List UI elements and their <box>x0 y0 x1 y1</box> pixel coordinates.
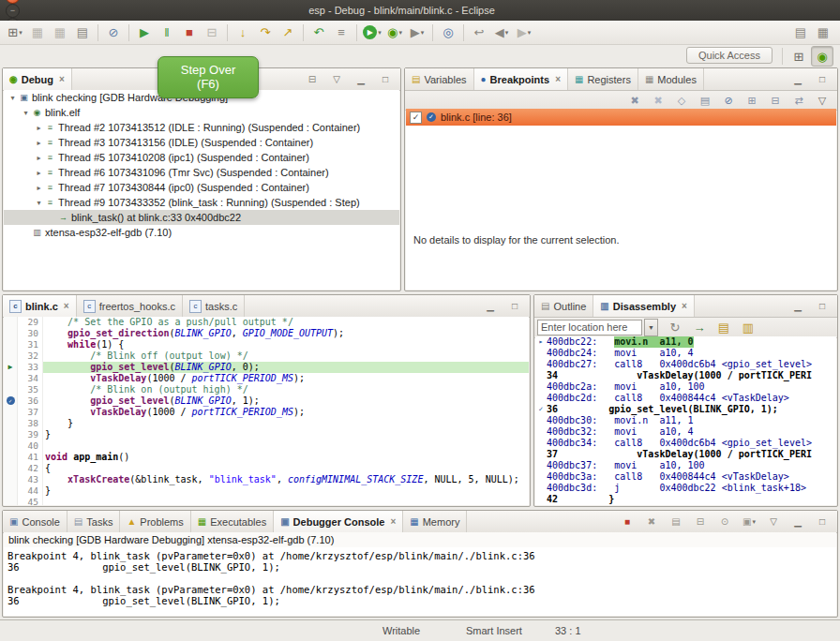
debug-button[interactable]: ◉▾ <box>384 23 405 42</box>
breakpoint-checkbox[interactable]: ✓ <box>410 112 422 124</box>
close-icon[interactable]: × <box>59 74 65 84</box>
code-line[interactable]: 43 xTaskCreate(&blink_task, "blink_task"… <box>4 474 529 485</box>
step-into-button[interactable]: ↓ <box>232 23 253 42</box>
location-dropdown-icon[interactable]: ▼ <box>644 319 658 336</box>
instruction-stepping-button[interactable]: ≡ <box>331 23 352 42</box>
fast-view-button[interactable]: ▤ <box>790 23 811 42</box>
show-opcodes-button[interactable]: ▤ <box>713 319 734 337</box>
show-breakpoints-for-selection-button[interactable]: ◇ <box>671 91 692 110</box>
disassembly-row[interactable]: ▸400dbc22: movi.n a11, 0 <box>535 336 836 348</box>
tab-modules[interactable]: ▦Modules <box>638 68 704 90</box>
tree-item[interactable]: ▸≡Thread #6 1073431096 (Tmr Svc) (Suspen… <box>4 165 399 180</box>
disassembly-row[interactable]: 400dbc2a: movi a10, 100 <box>535 381 836 393</box>
tree-item[interactable]: ▾◉blink.elf <box>4 105 399 120</box>
back-button[interactable]: ◀▾ <box>491 23 512 42</box>
disassembly-row[interactable]: 34 vTaskDelay(1000 / portTICK_PERI <box>535 370 836 381</box>
code-line[interactable]: 32 /* Blink off (output low) */ <box>4 350 529 362</box>
search-button[interactable]: ◎ <box>438 23 458 42</box>
collapse-all-button[interactable]: ⊟ <box>302 70 322 89</box>
suspend-button[interactable]: ‖ <box>157 23 177 42</box>
tree-item[interactable]: ▾≡Thread #9 1073433352 (blink_task : Run… <box>4 195 399 210</box>
code-line[interactable]: 37 vTaskDelay(1000 / portTICK_PERIOD_MS)… <box>4 407 529 418</box>
expand-icon[interactable]: ▸ <box>34 184 44 192</box>
last-edit-location-button[interactable]: ↩ <box>469 23 489 42</box>
show-source-button[interactable]: ▥ <box>738 319 758 337</box>
disassembly-row[interactable]: 400dbc3d: j 0x400dbc22 <blink_task+18> <box>535 483 836 494</box>
code-line[interactable]: ✓36 gpio_set_level(BLINK_GPIO, 1); <box>4 395 529 407</box>
tree-item[interactable]: →blink_task() at blink.c:33 0x400dbc22 <box>4 210 399 225</box>
save-button[interactable]: ▦ <box>27 23 48 42</box>
maximize-view-button[interactable]: □ <box>812 297 832 316</box>
new-button[interactable]: ⊞▾ <box>5 23 25 42</box>
disassembly-row[interactable]: 400dbc24: movi a10, 4 <box>535 348 836 359</box>
remove-breakpoint-button[interactable]: ✖ <box>624 91 645 110</box>
code-line[interactable]: 38 } <box>4 418 529 429</box>
collapse-icon[interactable]: ▾ <box>21 109 31 117</box>
maximize-view-button[interactable]: □ <box>812 70 832 89</box>
go-to-file-button[interactable]: ▤ <box>695 91 715 110</box>
pin-console-button[interactable]: ⊙ <box>714 513 735 531</box>
tab-memory[interactable]: ▦Memory <box>403 511 467 532</box>
tab-debugger-console[interactable]: ▣Debugger Console× <box>274 511 403 532</box>
refresh-view-button[interactable]: ↻ <box>665 319 685 337</box>
terminate-button[interactable]: ■ <box>179 23 200 42</box>
code-line[interactable]: 35 /* Blink on (output high) */ <box>4 384 529 395</box>
tree-item[interactable]: ▥xtensa-esp32-elf-gdb (7.10) <box>4 225 399 240</box>
disassembly-listing[interactable]: ▸400dbc22: movi.n a11, 0400dbc24: movi a… <box>535 336 836 505</box>
disconnect-button[interactable]: ⊟ <box>202 23 222 42</box>
code-line[interactable]: 29 /* Set the GPIO as a push/pull output… <box>4 317 529 328</box>
tab-console[interactable]: ▣Console <box>3 511 68 532</box>
terminate-console-button[interactable]: ■ <box>617 513 638 531</box>
step-over-button[interactable]: ↷ <box>255 23 276 42</box>
maximize-view-button[interactable]: □ <box>812 513 832 531</box>
tree-item[interactable]: ▸≡Thread #3 1073413156 (IDLE) (Suspended… <box>4 135 399 150</box>
close-icon[interactable]: × <box>682 301 687 311</box>
tab-freertos-hooks-c[interactable]: cfreertos_hooks.c <box>77 295 183 317</box>
goto-pc-button[interactable]: → <box>689 319 710 337</box>
minimize-button[interactable]: − <box>6 4 20 18</box>
disassembly-row[interactable]: 400dbc34: call8 0x400dc6b4 <gpio_set_lev… <box>535 438 836 449</box>
drop-to-frame-button[interactable]: ↶ <box>308 23 329 42</box>
expand-icon[interactable]: ▸ <box>34 139 44 147</box>
skip-breakpoints-button[interactable]: ⊘ <box>103 23 124 42</box>
close-icon[interactable]: × <box>390 516 396 527</box>
tab-outline[interactable]: ▤Outline <box>534 295 593 317</box>
minimize-view-button[interactable]: ▁ <box>788 70 808 89</box>
disassembly-row[interactable]: 400dbc2d: call8 0x400844c4 <vTaskDelay> <box>535 393 836 404</box>
tab-variables[interactable]: ▤Variables <box>405 68 474 90</box>
expand-icon[interactable]: ▸ <box>34 169 44 177</box>
view-menu-button[interactable]: ▽ <box>326 70 347 89</box>
disassembly-row[interactable]: 400dbc37: movi a10, 100 <box>535 460 836 471</box>
disassembly-row[interactable]: 400dbc32: movi a10, 4 <box>535 426 836 438</box>
tree-item[interactable]: ▸≡Thread #2 1073413512 (IDLE : Running) … <box>4 120 399 135</box>
tab-blink-c[interactable]: cblink.c× <box>3 295 77 317</box>
code-line[interactable]: 42{ <box>4 463 529 474</box>
tab-executables[interactable]: ▦Executables <box>191 511 274 532</box>
remove-launch-button[interactable]: ✖ <box>641 513 662 531</box>
open-perspective-button[interactable]: ⊞ <box>788 47 809 66</box>
tab-registers[interactable]: ▦Registers <box>568 68 638 90</box>
tab-breakpoints[interactable]: ●Breakpoints× <box>474 68 568 90</box>
expand-icon[interactable]: ▸ <box>34 154 44 162</box>
code-line[interactable]: 34 vTaskDelay(1000 / portTICK_PERIOD_MS)… <box>4 373 529 384</box>
view-menu-button[interactable]: ▽ <box>812 91 832 110</box>
disassembly-row[interactable]: ✓36 gpio_set_level(BLINK_GPIO, 1); <box>535 404 836 415</box>
code-line[interactable]: 40 <box>4 440 529 452</box>
tree-item[interactable]: ▸≡Thread #7 1073430844 (ipc0) (Suspended… <box>4 180 399 195</box>
print-button[interactable]: ▤ <box>72 23 93 42</box>
code-line[interactable]: ▶33 gpio_set_level(BLINK_GPIO, 0); <box>4 362 529 373</box>
collapse-all-button[interactable]: ⊟ <box>765 91 786 110</box>
minimize-view-button[interactable]: ▁ <box>480 297 501 316</box>
code-line[interactable]: 31 while(1) { <box>4 339 529 350</box>
tab-disassembly[interactable]: ▥Disassembly× <box>593 295 695 317</box>
location-input[interactable]: Enter location here <box>537 320 642 335</box>
maximize-view-button[interactable]: □ <box>504 297 525 316</box>
disassembly-row[interactable]: 42 } <box>535 494 836 505</box>
trim-stack-button[interactable]: ▦ <box>813 23 833 42</box>
code-editor[interactable]: 29 /* Set the GPIO as a push/pull output… <box>4 317 529 505</box>
forward-button[interactable]: ▶▾ <box>514 23 534 42</box>
code-line[interactable]: 41void app_main() <box>4 452 529 463</box>
maximize-view-button[interactable]: □ <box>375 70 396 89</box>
close-button[interactable]: × <box>6 0 20 4</box>
close-icon[interactable]: × <box>64 301 69 311</box>
